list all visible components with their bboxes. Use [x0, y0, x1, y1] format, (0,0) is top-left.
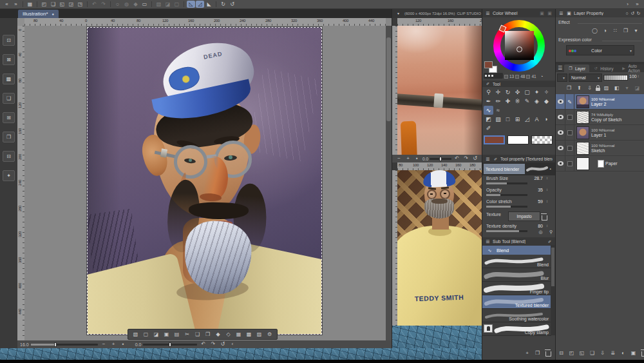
main-color-swatch[interactable]	[484, 61, 493, 68]
spinner-icon[interactable]: ↕	[546, 224, 548, 228]
history-back-icon[interactable]: «	[3, 1, 11, 8]
layer-checkbox[interactable]	[567, 115, 573, 120]
delete-layer-icon[interactable]	[641, 351, 644, 357]
move-layer-tool[interactable]: ✜	[513, 88, 522, 97]
layer-checkbox[interactable]	[567, 146, 573, 151]
move-layer-icon[interactable]: ▧	[155, 1, 163, 8]
layer-opacity-field[interactable]: 100 ↕	[629, 74, 639, 79]
scale-rotate-icon[interactable]: ▭	[140, 1, 149, 8]
subtool-group-header[interactable]: ∿ Blend	[482, 246, 555, 255]
color-cursor[interactable]	[516, 46, 522, 52]
panel-overflow-icon[interactable]: »	[633, 1, 641, 8]
panel-tab-icon[interactable]: ▣	[547, 10, 553, 17]
zoom-out-icon[interactable]: −	[395, 155, 403, 162]
extract-line-icon[interactable]: ∷	[611, 27, 620, 34]
layer-row-sketch[interactable]: 100 %NormalSketch	[556, 141, 644, 156]
frame-border-tool[interactable]: ⊞	[513, 115, 522, 124]
color-set-switch[interactable]	[484, 73, 503, 79]
main-color-button[interactable]	[484, 135, 505, 144]
blend-tool[interactable]: ∿	[484, 106, 493, 115]
reset-rotation-icon[interactable]: ↺	[218, 341, 227, 348]
open-file-icon[interactable]: ❏	[49, 1, 57, 8]
history-forward-icon[interactable]: »	[12, 1, 20, 8]
tab-history[interactable]: ↺ History	[589, 64, 617, 72]
texture-density-slider[interactable]	[486, 230, 527, 232]
create-mask-icon[interactable]: ◐	[619, 349, 627, 357]
paste-icon[interactable]: ❐	[204, 331, 212, 338]
color-stretch-slider[interactable]	[486, 206, 527, 208]
launcher-settings-icon[interactable]: ⚙	[265, 331, 274, 338]
expand-selection-icon[interactable]: ▣	[162, 331, 171, 338]
subtool-scrollbar[interactable]	[551, 245, 555, 335]
layer-row-paper[interactable]: Paper	[556, 156, 644, 172]
canvas-vertical-scrollbar[interactable]	[386, 26, 392, 340]
reselect-icon[interactable]: ◍	[122, 1, 131, 8]
fill-tool[interactable]: ▧	[493, 115, 503, 124]
panel-menu-icon[interactable]: ☰	[556, 65, 564, 72]
panel-menu-icon[interactable]: ☰	[485, 238, 491, 245]
brush-size-slider[interactable]	[486, 182, 527, 184]
invert-selection-icon[interactable]: ◪	[152, 331, 160, 338]
layer-thumbnail[interactable]	[576, 111, 589, 124]
palette-material-card-icon[interactable]: ❐	[3, 132, 15, 142]
add-subtool-icon[interactable]: +	[523, 349, 531, 357]
subtool-item-finger-tip[interactable]: Finger tip	[482, 282, 551, 295]
layer-visible-icon[interactable]	[558, 99, 564, 104]
reset-view-icon[interactable]: ↺	[228, 1, 236, 8]
fill-icon[interactable]: ◆	[214, 331, 222, 338]
brush-size-row[interactable]: Brush Size 28.7 ↕	[485, 175, 549, 187]
layer-visible-icon[interactable]	[558, 115, 564, 119]
zoom-slider[interactable]	[31, 344, 98, 346]
convert-tone-icon[interactable]: ▩	[245, 331, 253, 338]
cut-icon[interactable]: ✂	[183, 331, 191, 338]
redo-panel-icon[interactable]: ↻	[636, 10, 641, 17]
fit-screen-icon[interactable]: ▪	[119, 341, 128, 348]
blend-mode-dropdown[interactable]: Normal ▾	[569, 74, 602, 82]
palette-material-tray-icon[interactable]: ⊟	[3, 151, 15, 162]
tone-effect-icon[interactable]: ◑	[601, 27, 609, 34]
snap-special-ruler-icon[interactable]: ◿	[196, 1, 204, 8]
airbrush-tool[interactable]: ※	[513, 97, 522, 106]
layer-thumbnail[interactable]	[576, 142, 589, 155]
layer-row-layer-1[interactable]: 100 %NormalLayer 1	[556, 125, 644, 141]
spinner-icon[interactable]: ↕	[546, 188, 548, 191]
transparent-color-button[interactable]	[531, 135, 553, 144]
panel-scroll-icon[interactable]: ›	[623, 1, 632, 8]
brush-tool[interactable]: ✎	[522, 97, 532, 106]
balloon-tool[interactable]: ◗	[542, 115, 551, 124]
frame-icon[interactable]: ▢	[173, 1, 181, 8]
palette-quick-access-icon[interactable]: ⊡	[3, 35, 15, 46]
layer-thumbnail[interactable]	[576, 157, 589, 170]
panel-menu-icon[interactable]: ☰	[485, 10, 491, 17]
new-file-icon[interactable]: ◰	[40, 1, 48, 8]
eyedropper-tool[interactable]: ✧	[542, 88, 551, 97]
panel-menu-icon[interactable]: ☰	[558, 10, 564, 17]
rotation-slider[interactable]	[143, 344, 197, 346]
document-tab[interactable]: Illustration* ●	[18, 10, 59, 18]
undo-icon[interactable]: ↶	[90, 1, 99, 8]
workspace-icon[interactable]: ▦	[26, 1, 34, 8]
text-tool[interactable]: A	[532, 115, 542, 124]
palette-material-grid-icon[interactable]: ⊞	[3, 112, 15, 123]
rotate-left-icon[interactable]: ↶	[453, 155, 461, 162]
effect-more-icon[interactable]: ▾	[632, 27, 640, 34]
zoom-in-icon[interactable]: +	[404, 155, 412, 162]
save-all-icon[interactable]: ◲	[67, 1, 75, 8]
clear-icon[interactable]: ◇	[224, 331, 232, 338]
lock-transparent-icon[interactable]: ▨	[602, 84, 611, 92]
layer-checkbox[interactable]	[567, 130, 573, 135]
scale-selection-icon[interactable]: ▨	[255, 331, 263, 338]
rotate-right-icon[interactable]: ↷	[209, 341, 217, 348]
sub-color-button[interactable]	[507, 135, 529, 144]
pencil-tool[interactable]: ✏	[493, 97, 503, 106]
eraser-tool[interactable]: ◆	[542, 97, 551, 106]
subtool-item-blur[interactable]: Blur	[482, 268, 551, 282]
zoom-in-icon[interactable]: +	[109, 341, 118, 348]
prev-view-icon[interactable]: ‹	[228, 341, 236, 348]
ruler-tool[interactable]: ◿	[522, 115, 532, 124]
decoration-tool[interactable]: ◈	[532, 97, 542, 106]
view1-rotation-slider[interactable]	[430, 158, 451, 160]
rotate-right-icon[interactable]: ↷	[462, 155, 470, 162]
liquify-tool[interactable]: ≈	[493, 106, 503, 115]
layer-visible-icon[interactable]	[558, 130, 564, 135]
